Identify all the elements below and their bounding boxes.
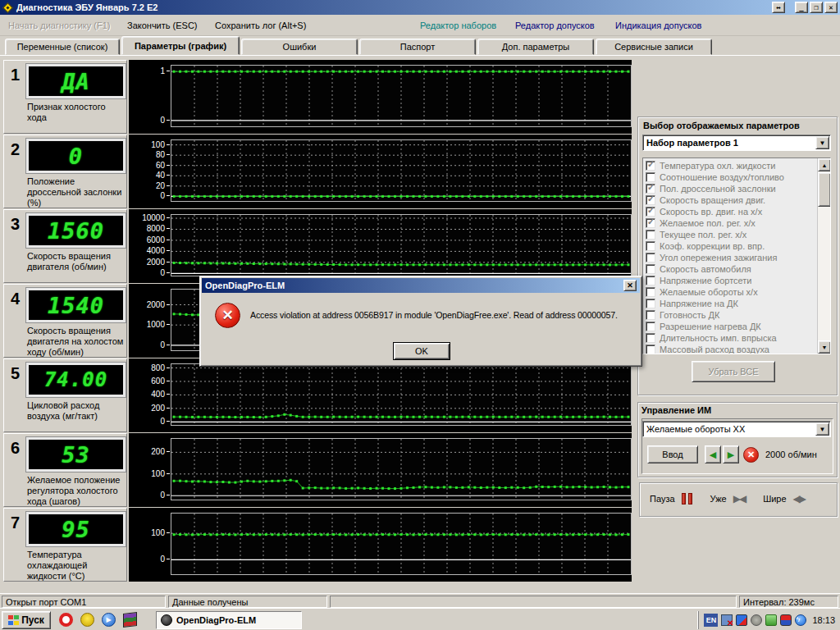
checkbox-icon[interactable] <box>646 241 655 251</box>
enter-button[interactable]: Ввод <box>647 445 698 463</box>
checkbox-checked-icon[interactable] <box>646 218 655 228</box>
led-value: 74.00 <box>44 368 107 391</box>
checkbox-icon[interactable] <box>646 264 655 274</box>
tab-1[interactable]: Переменные (список) <box>5 39 120 55</box>
scroll-up-icon[interactable]: ▲ <box>818 158 831 171</box>
axis-tick-label: 80 <box>129 150 165 159</box>
parameter-panel-4: 41540Скорость вращения двигателя на холо… <box>3 284 127 358</box>
checklist-scrollbar[interactable]: ▲ ▼ <box>817 158 830 354</box>
quick-launch-red-ring-icon[interactable] <box>59 613 73 627</box>
quick-launch-yellow-icon[interactable] <box>80 613 94 627</box>
checkbox-checked-icon[interactable] <box>646 207 655 217</box>
minimize-button[interactable]: _ <box>795 2 808 13</box>
tab-2[interactable]: Параметры (график) <box>121 36 240 55</box>
axis-tick-label: 200 <box>129 404 165 413</box>
checkbox-checked-icon[interactable] <box>646 184 655 194</box>
checkbox-icon[interactable] <box>646 172 655 182</box>
axis-tick-mark <box>167 473 170 474</box>
quick-launch-books-icon[interactable] <box>123 612 137 628</box>
axis-tick-mark <box>167 272 170 273</box>
led-display: 0 <box>26 139 126 173</box>
checkbox-icon[interactable] <box>646 276 655 285</box>
language-indicator[interactable]: EN <box>704 614 718 627</box>
clear-all-button[interactable]: Убрать ВСЕ <box>692 361 775 382</box>
checkbox-icon[interactable] <box>646 333 655 343</box>
wider-icon[interactable]: ◀▶ <box>793 493 805 504</box>
chart-strip-6: 2001000 <box>129 433 632 507</box>
axis-tick-mark <box>167 185 170 186</box>
axis-tick-mark <box>167 451 170 452</box>
tab-3[interactable]: Ошибки <box>241 39 358 55</box>
checklist-item-label: Напряжение бортсети <box>660 276 751 285</box>
menu-item-5[interactable]: Редактор допусков <box>515 21 595 30</box>
axis-tick-label: 2000 <box>129 300 165 309</box>
error-dialog-titlebar: OpenDiagPro-ELM ✕ <box>202 278 640 293</box>
checkbox-checked-icon[interactable] <box>646 161 655 171</box>
axis-tick-label: 0 <box>129 116 165 125</box>
axis-tick-label: 600 <box>129 377 165 386</box>
pause-icon[interactable] <box>682 493 692 504</box>
update-tray-icon[interactable] <box>765 614 777 626</box>
quick-launch-player-icon[interactable]: ▶ <box>102 613 116 627</box>
scrollbar-thumb[interactable] <box>818 172 831 207</box>
stop-icon[interactable]: ✕ <box>743 447 759 463</box>
parameter-row-7: 795Температура охлаждающей жидкости (°С)… <box>3 508 632 582</box>
menu-item-2[interactable]: Закончить (ESC) <box>127 21 198 30</box>
checkbox-icon[interactable] <box>646 230 655 240</box>
parameter-checklist: Температура охл. жидкостиСоотношение воз… <box>642 158 831 354</box>
close-button[interactable]: ✕ <box>824 2 838 13</box>
checkbox-icon[interactable] <box>646 345 655 354</box>
tab-4[interactable]: Паспорт <box>359 39 476 55</box>
resize-window-button[interactable]: ↔ <box>772 2 785 13</box>
start-button[interactable]: Пуск <box>2 611 51 629</box>
parameter-number: 5 <box>11 364 20 383</box>
led-value: 1540 <box>48 293 104 318</box>
menu-item-1: Начать диагностику (F1) <box>8 21 110 30</box>
parameter-label: Скорость вращения двигателя на холостом … <box>27 326 126 358</box>
restore-button[interactable]: ❐ <box>810 2 823 13</box>
app-titlebar: Диагностика ЭБУ Январь 7.2 Е2 ↔ _ ❐ ✕ <box>0 0 840 15</box>
checkbox-icon[interactable] <box>646 253 655 262</box>
parameter-number: 2 <box>11 140 20 159</box>
checkbox-icon[interactable] <box>646 287 655 297</box>
axis-tick-label: 0 <box>129 555 165 564</box>
lightning-tray-icon[interactable]: ϟ <box>795 614 806 626</box>
checkbox-icon[interactable] <box>646 322 655 331</box>
axis-tick-mark <box>167 71 170 71</box>
axis-tick-label: 100 <box>129 140 165 149</box>
checkbox-icon[interactable] <box>646 310 655 320</box>
taskbar-task-opendiagpro[interactable]: OpenDiagPro-ELM <box>156 611 302 629</box>
axis-tick-label: 100 <box>129 469 165 478</box>
im-combobox[interactable]: Желаемые обороты ХХ ▼ <box>642 421 831 437</box>
axis-tick-label: 20 <box>129 181 165 190</box>
battery-tray-icon[interactable] <box>780 614 792 626</box>
axis-tick-mark <box>167 532 170 533</box>
menu-item-6[interactable]: Индикация допусков <box>615 21 701 30</box>
checkbox-checked-icon[interactable] <box>646 195 655 205</box>
chevron-down-icon[interactable]: ▼ <box>815 136 829 149</box>
shield-tray-icon[interactable] <box>736 614 747 626</box>
close-icon[interactable]: ✕ <box>623 280 637 291</box>
chevron-down-icon[interactable]: ▼ <box>815 422 829 436</box>
tab-6[interactable]: Сервисные записи <box>596 39 712 55</box>
scroll-down-icon[interactable]: ▼ <box>818 340 831 354</box>
axis-tick-label: 0 <box>129 340 165 349</box>
ok-button[interactable]: OK <box>393 342 450 360</box>
tab-5[interactable]: Доп. параметры <box>477 39 594 55</box>
axis-tick-label: 1 <box>129 66 165 75</box>
led-value: 0 <box>69 144 83 169</box>
preset-combobox[interactable]: Набор параметров 1 ▼ <box>642 135 831 151</box>
menu-item-3[interactable]: Сохранить лог (Alt+S) <box>215 21 306 30</box>
checklist-item-label: Массовый расход воздуха <box>660 345 769 354</box>
narrower-icon[interactable]: ▶◀ <box>733 493 745 504</box>
volume-tray-icon[interactable] <box>751 614 762 626</box>
network-error-tray-icon[interactable]: ✕ <box>721 614 733 626</box>
checklist-item: Массовый расход воздуха <box>643 344 830 354</box>
checkbox-icon[interactable] <box>646 299 655 308</box>
chart-strip-1: 10 <box>129 60 632 134</box>
taskbar: Пуск ▶ OpenDiagPro-ELM EN ✕ ϟ 18:13 <box>0 608 840 630</box>
menu-item-4[interactable]: Редактор наборов <box>420 21 496 30</box>
step-right-icon[interactable]: ▶ <box>723 445 739 463</box>
checklist-item-label: Длительность имп. впрыска <box>660 333 777 343</box>
step-left-icon[interactable]: ◀ <box>705 445 721 463</box>
